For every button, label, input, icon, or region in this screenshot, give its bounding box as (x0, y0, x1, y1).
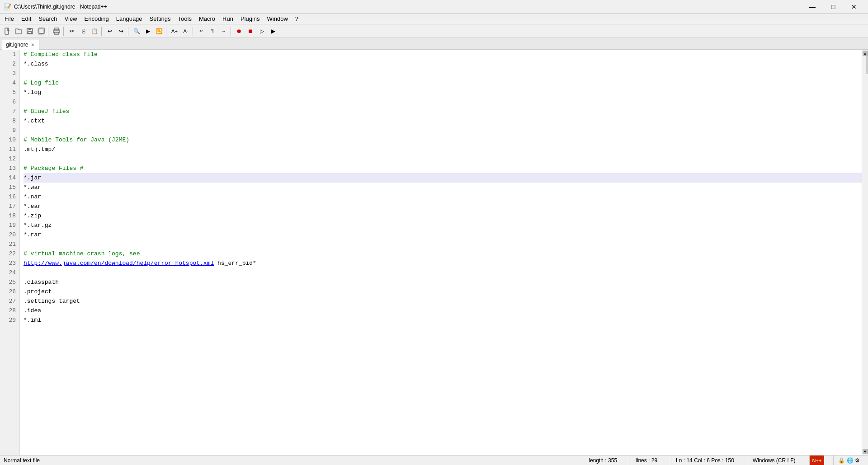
line-number-18: 18 (2, 211, 16, 221)
code-line-6 (24, 97, 862, 107)
menu-window[interactable]: Window (264, 14, 292, 24)
tb-undo[interactable]: ↩ (104, 26, 115, 37)
menu-file[interactable]: File (1, 14, 18, 24)
code-line-2: *.class (24, 59, 862, 69)
line-number-17: 17 (2, 202, 16, 211)
tb-replace[interactable]: 🔁 (154, 26, 165, 37)
titlebar: 📝 C:\Users\Think\.git.ignore - Notepad++… (0, 0, 868, 14)
line-number-29: 29 (2, 315, 16, 325)
tb-sep-6 (193, 27, 194, 36)
code-line-24 (24, 268, 862, 277)
maximize-button[interactable]: □ (823, 0, 844, 14)
code-line-15: *.war (24, 183, 862, 192)
comment-text: # Mobile Tools for Java (J2ME) (24, 136, 129, 143)
line-number-23: 23 (2, 258, 16, 268)
menu-plugins[interactable]: Plugins (237, 14, 264, 24)
comment-text: # Package Files # (24, 165, 84, 172)
tb-zoom-in[interactable]: A+ (169, 26, 180, 37)
tb-indent[interactable]: → (218, 26, 229, 37)
menu-run[interactable]: Run (219, 14, 237, 24)
tb-save[interactable] (24, 26, 35, 37)
line-number-16: 16 (2, 192, 16, 202)
tb-macro-rec[interactable]: ⏺ (234, 26, 245, 37)
line-number-25: 25 (2, 277, 16, 287)
tab-label: git.ignore (6, 42, 28, 48)
statusbar-line-ending: Windows (CR LF) (748, 456, 800, 465)
line-number-12: 12 (2, 154, 16, 164)
titlebar-left: 📝 C:\Users\Think\.git.ignore - Notepad++ (4, 3, 107, 10)
menu-edit[interactable]: Edit (18, 14, 35, 24)
toolbar: ✂ ⎘ 📋 ↩ ↪ 🔍 ▶ 🔁 A+ A- ↵ ¶ → ⏺ ⏹ ▷ ▶ (0, 24, 868, 38)
line-number-21: 21 (2, 240, 16, 249)
code-line-26: .project (24, 287, 862, 296)
tb-save-all[interactable] (36, 26, 47, 37)
code-line-11: .mtj.tmp/ (24, 145, 862, 154)
line-number-9: 9 (2, 126, 16, 135)
tb-wrap[interactable]: ↵ (196, 26, 207, 37)
tb-copy[interactable]: ⎘ (78, 26, 89, 37)
tb-macro-play[interactable]: ▷ (256, 26, 267, 37)
link-text[interactable]: http://www.java.com/en/download/help/err… (24, 260, 214, 267)
code-line-1: # Compiled class file (24, 50, 862, 59)
menu-view[interactable]: View (61, 14, 81, 24)
statusbar: Normal text file length : 355 lines : 29… (0, 455, 868, 465)
menu-tools[interactable]: Tools (175, 14, 195, 24)
editor-content[interactable]: # Compiled class file*.class# Log file*.… (20, 50, 862, 455)
code-line-14: *.jar (24, 173, 862, 183)
tb-print[interactable] (51, 26, 62, 37)
tb-paste[interactable]: 📋 (89, 26, 100, 37)
tb-sep-2 (63, 27, 65, 36)
titlebar-controls: — □ ✕ (802, 0, 864, 14)
code-line-21 (24, 240, 862, 249)
menu-help[interactable]: ? (292, 14, 302, 24)
code-line-18: *.zip (24, 211, 862, 221)
menu-search[interactable]: Search (35, 14, 61, 24)
tb-find-next[interactable]: ▶ (142, 26, 153, 37)
line-number-27: 27 (2, 296, 16, 306)
tb-find[interactable]: 🔍 (131, 26, 142, 37)
code-line-29: *.iml (24, 315, 862, 325)
menu-macro[interactable]: Macro (195, 14, 219, 24)
minimize-button[interactable]: — (802, 0, 823, 14)
tb-zoom-out[interactable]: A- (180, 26, 191, 37)
menu-language[interactable]: Language (113, 14, 146, 24)
comment-text: # Log file (24, 80, 59, 86)
line-number-2: 2 (2, 59, 16, 69)
statusbar-right: length : 355 lines : 29 Ln : 14 Col : 6 … (584, 456, 864, 465)
code-line-3 (24, 69, 862, 78)
statusbar-icons: 🔒 🌐 ⚙ (833, 456, 864, 465)
menu-settings[interactable]: Settings (146, 14, 175, 24)
tb-macro-stop[interactable]: ⏹ (245, 26, 256, 37)
tb-run-script[interactable]: ▶ (268, 26, 278, 37)
tb-new[interactable] (2, 26, 13, 37)
line-number-4: 4 (2, 78, 16, 88)
close-button[interactable]: ✕ (844, 0, 864, 14)
line-number-13: 13 (2, 164, 16, 173)
tab-gitignore[interactable]: git.ignore ✕ (2, 40, 39, 50)
code-line-5: *.log (24, 88, 862, 97)
code-line-4: # Log file (24, 78, 862, 88)
line-number-5: 5 (2, 88, 16, 97)
line-number-15: 15 (2, 183, 16, 192)
code-line-8: *.ctxt (24, 116, 862, 126)
comment-text: # virtual machine crash logs, see (24, 250, 140, 257)
line-numbers: 1234567891011121314151617181920212223242… (0, 50, 20, 455)
tb-cut[interactable]: ✂ (66, 26, 77, 37)
code-line-9 (24, 126, 862, 135)
code-line-23: http://www.java.com/en/download/help/err… (24, 258, 862, 268)
code-line-27: .settings target (24, 296, 862, 306)
line-number-1: 1 (2, 50, 16, 59)
tb-all-chars[interactable]: ¶ (207, 26, 218, 37)
tb-sep-3 (101, 27, 103, 36)
line-number-14: 14 (2, 173, 16, 183)
code-line-20: *.rar (24, 230, 862, 240)
code-line-22: # virtual machine crash logs, see (24, 249, 862, 258)
line-number-8: 8 (2, 116, 16, 126)
tab-close-button[interactable]: ✕ (31, 42, 34, 47)
statusbar-encoding-indicator: N++ (809, 456, 825, 465)
tb-redo[interactable]: ↪ (116, 26, 127, 37)
right-scrollbar[interactable]: ▲ ▼ (862, 50, 868, 455)
menu-encoding[interactable]: Encoding (81, 14, 113, 24)
tb-open[interactable] (13, 26, 24, 37)
code-line-25: .classpath (24, 277, 862, 287)
